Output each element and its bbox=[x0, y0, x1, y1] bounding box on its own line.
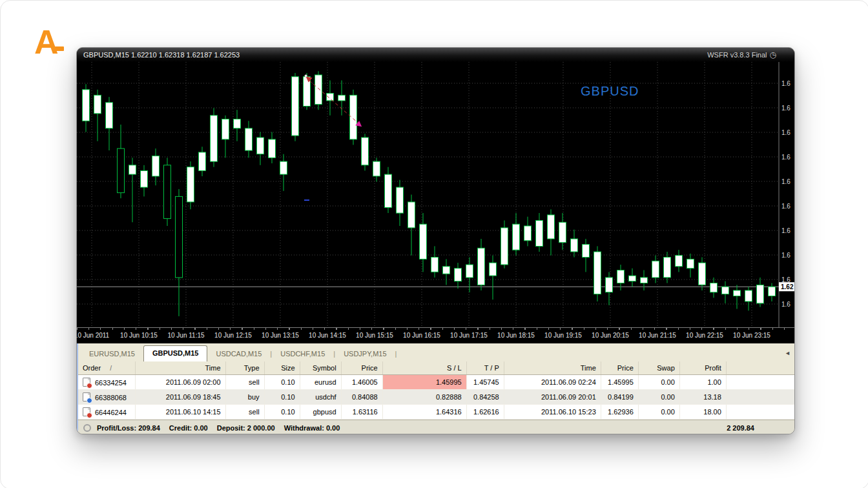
column-header-price2[interactable]: Price bbox=[601, 361, 638, 375]
column-header-time[interactable]: Time bbox=[135, 361, 225, 375]
tab-separator: | bbox=[395, 350, 397, 361]
cell-type: sell bbox=[225, 375, 264, 390]
column-header-swap[interactable]: Swap bbox=[638, 361, 679, 375]
candle bbox=[280, 154, 287, 191]
price-axis-label: 1.6 bbox=[781, 301, 790, 308]
candle bbox=[687, 254, 694, 278]
candle bbox=[431, 246, 439, 278]
cell-price2: 0.84199 bbox=[601, 390, 638, 405]
column-header-type[interactable]: Type bbox=[225, 361, 264, 375]
candle bbox=[118, 125, 125, 198]
price-chart-canvas[interactable]: 1.61.61.61.61.61.61.61.61.61.61.62 bbox=[77, 62, 795, 327]
column-header-symbol[interactable]: Symbol bbox=[300, 361, 341, 375]
order-row[interactable]: 663880682011.06.09 18:45buy0.10usdchf0.8… bbox=[78, 390, 795, 405]
chart-tab-bar: EURUSD,M15GBPUSD,M15USDCAD,M15|USDCHF,M1… bbox=[77, 343, 794, 361]
column-header-profit[interactable]: Profit bbox=[679, 361, 726, 375]
brand-logo: A bbox=[34, 25, 64, 59]
cell-swap: 0.00 bbox=[638, 375, 679, 390]
cell-order: 66446244 bbox=[78, 405, 135, 420]
candle bbox=[362, 134, 369, 170]
brand-logo-bar bbox=[52, 46, 64, 51]
time-axis-label: 10 Jun 23:15 bbox=[733, 332, 770, 339]
candle bbox=[338, 81, 346, 116]
orders-panel: Order/TimeTypeSizeSymbolPriceS / LT / PT… bbox=[77, 361, 794, 420]
candle bbox=[513, 213, 520, 256]
time-axis-label: 10 Jun 13:15 bbox=[262, 332, 299, 339]
cell-tp: 1.62616 bbox=[466, 405, 504, 420]
cell-symbol: eurusd bbox=[300, 375, 341, 390]
cell-size: 0.10 bbox=[264, 375, 300, 390]
status-bar: Profit/Loss: 209.84Credit: 0.00Deposit: … bbox=[77, 420, 794, 434]
page-background: A GBPUSD,M15 1.62210 1.62318 1.62187 1.6… bbox=[0, 0, 868, 488]
cell-profit: 1.00 bbox=[679, 375, 726, 390]
time-axis-label: 10 Jun 19:15 bbox=[544, 332, 582, 339]
tab-usdjpy-m15[interactable]: USDJPY,M15 bbox=[335, 347, 395, 361]
cell-price2: 1.45995 bbox=[601, 375, 638, 390]
cell-filler bbox=[726, 375, 795, 390]
order-row[interactable]: 664462442011.06.10 14:15sell0.10gbpusd1.… bbox=[78, 405, 795, 420]
column-header-size[interactable]: Size bbox=[264, 361, 300, 375]
candle bbox=[94, 90, 101, 141]
cell-size: 0.10 bbox=[264, 390, 300, 405]
order-buy-icon bbox=[83, 392, 90, 402]
column-header-filler bbox=[726, 361, 795, 375]
cell-order: 66388068 bbox=[78, 390, 135, 405]
indicator-label-group: WSFR v3.8.3 Final ◷ bbox=[707, 50, 776, 59]
candle bbox=[722, 281, 729, 303]
column-header-tp[interactable]: T / P bbox=[466, 361, 504, 375]
time-axis-label: 10 Jun 18:15 bbox=[497, 332, 535, 339]
column-header-sl[interactable]: S / L bbox=[382, 361, 466, 375]
balance-total: 2 209.84 bbox=[727, 424, 794, 432]
chart-plot[interactable]: GBPUSD 1.61.61.61.61.61.61.61.61.61.61.6… bbox=[77, 62, 795, 327]
price-axis-label: 1.6 bbox=[781, 227, 790, 234]
cell-profit: 18.00 bbox=[679, 405, 726, 420]
column-header-time2[interactable]: Time bbox=[504, 361, 601, 375]
time-axis-label: 10 Jun 14:15 bbox=[309, 332, 346, 339]
candle bbox=[606, 272, 613, 305]
cell-price: 0.84088 bbox=[341, 390, 382, 405]
candle bbox=[211, 108, 218, 167]
symbol-watermark: GBPUSD bbox=[581, 84, 639, 99]
time-axis-label: 10 Jun 22:15 bbox=[686, 332, 723, 339]
candle bbox=[594, 246, 601, 301]
candle bbox=[676, 250, 683, 272]
candle bbox=[629, 269, 636, 287]
account-summary: Profit/Loss: 209.84Credit: 0.00Deposit: … bbox=[97, 424, 349, 432]
cell-time2: 2011.06.09 20:01 bbox=[504, 390, 601, 405]
price-axis-label: 1.6 bbox=[781, 252, 790, 259]
price-axis-label: 1.6 bbox=[781, 105, 790, 112]
status-item: Credit: 0.00 bbox=[169, 424, 208, 432]
table-header-row: Order/TimeTypeSizeSymbolPriceS / LT / PT… bbox=[78, 361, 795, 375]
chart-ohlc-title: GBPUSD,M15 1.62210 1.62318 1.62187 1.622… bbox=[83, 51, 240, 59]
candle bbox=[443, 259, 450, 285]
candle bbox=[583, 239, 590, 272]
candle bbox=[769, 283, 776, 302]
price-axis-label: 1.6 bbox=[781, 154, 790, 161]
candle bbox=[350, 90, 357, 145]
time-axis-label: 10 Jun 16:15 bbox=[403, 332, 440, 339]
mt4-terminal-window: GBPUSD,M15 1.62210 1.62318 1.62187 1.622… bbox=[76, 47, 795, 434]
order-row[interactable]: 663342542011.06.09 02:00sell0.10eurusd1.… bbox=[78, 375, 795, 390]
tab-usdchf-m15[interactable]: USDCHF,M15 bbox=[272, 347, 333, 361]
cell-time: 2011.06.09 18:45 bbox=[135, 390, 225, 405]
candle bbox=[199, 147, 206, 176]
column-header-price[interactable]: Price bbox=[341, 361, 382, 375]
candle bbox=[292, 73, 299, 141]
cell-time: 2011.06.10 14:15 bbox=[135, 405, 225, 420]
tab-gbpusd-m15[interactable]: GBPUSD,M15 bbox=[143, 345, 208, 361]
orders-table: Order/TimeTypeSizeSymbolPriceS / LT / PT… bbox=[78, 361, 795, 420]
cell-price: 1.46005 bbox=[341, 375, 382, 390]
tab-eurusd-m15[interactable]: EURUSD,M15 bbox=[81, 347, 143, 361]
column-header-order[interactable]: Order/ bbox=[78, 361, 135, 375]
candle bbox=[222, 116, 229, 158]
candle bbox=[83, 84, 90, 132]
candle bbox=[652, 256, 659, 283]
candle bbox=[257, 132, 264, 165]
chart-area: GBPUSD,M15 1.62210 1.62318 1.62187 1.622… bbox=[77, 48, 794, 343]
cell-time2: 2011.06.09 02:24 bbox=[504, 375, 601, 390]
candle bbox=[745, 287, 752, 310]
time-axis-label: 10 Jun 15:15 bbox=[356, 332, 393, 339]
candle bbox=[408, 195, 415, 256]
tab-scroll-left-icon[interactable]: ◄ bbox=[785, 350, 790, 356]
tab-usdcad-m15[interactable]: USDCAD,M15 bbox=[207, 347, 270, 361]
